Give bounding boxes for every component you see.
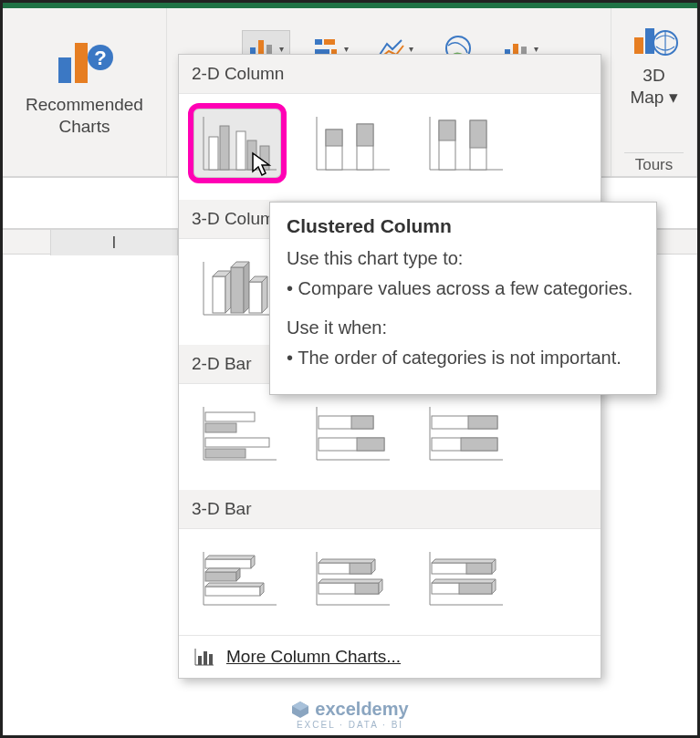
ribbon-group-recommended-charts[interactable]: ? Recommended Charts: [3, 8, 167, 176]
svg-marker-48: [262, 276, 267, 313]
3d-map-label[interactable]: 3D Map ▾: [630, 65, 677, 109]
chevron-down-icon: ▾: [409, 44, 413, 54]
svg-rect-54: [205, 449, 246, 458]
svg-rect-43: [231, 267, 244, 313]
svg-marker-82: [319, 559, 375, 563]
svg-marker-96: [432, 579, 496, 583]
watermark-logo-icon: [291, 701, 309, 719]
3d-clustered-bar-icon: [194, 545, 282, 614]
svg-rect-102: [209, 654, 213, 665]
more-column-charts-label: More Column Charts...: [226, 647, 401, 667]
svg-rect-23: [236, 131, 246, 170]
svg-rect-52: [205, 423, 236, 432]
section-header-3d-bar: 3-D Bar: [179, 490, 601, 529]
tooltip-title: Clustered Column: [287, 215, 640, 237]
column-header[interactable]: I: [50, 230, 178, 255]
stacked-bar-option[interactable]: [307, 399, 394, 468]
svg-rect-29: [326, 130, 342, 146]
watermark-brand: exceldemy: [315, 699, 408, 720]
tooltip-bullet: • Compare values across a few categories…: [287, 276, 640, 301]
svg-rect-40: [213, 276, 225, 313]
section-header-2d-column: 2-D Column: [179, 55, 601, 94]
svg-rect-81: [350, 563, 371, 574]
chevron-down-icon: ▾: [279, 44, 284, 54]
svg-rect-64: [468, 416, 497, 429]
tooltip-clustered-column: Clustered Column Use this chart type to:…: [269, 202, 657, 395]
svg-marker-76: [205, 583, 264, 587]
stacked-bar-icon: [308, 400, 395, 469]
svg-rect-31: [357, 124, 373, 146]
svg-rect-7: [315, 39, 322, 45]
svg-marker-92: [432, 559, 496, 563]
ribbon-group-tours: 3D Map ▾ Tours: [611, 8, 697, 176]
svg-rect-35: [439, 120, 455, 140]
tooltip-line: Use it when:: [287, 316, 640, 340]
100-stacked-bar-option[interactable]: [420, 399, 507, 468]
clustered-bar-icon: [194, 400, 282, 469]
clustered-column-option[interactable]: [193, 109, 281, 178]
svg-rect-22: [220, 126, 229, 170]
svg-rect-66: [461, 438, 497, 451]
stacked-column-icon: [308, 109, 395, 179]
3d-clustered-column-option[interactable]: [193, 254, 281, 323]
svg-rect-72: [205, 572, 236, 581]
svg-marker-70: [205, 556, 255, 559]
100-stacked-column-option[interactable]: [420, 109, 507, 178]
watermark-tagline: EXCEL · DATA · BI: [297, 720, 403, 730]
svg-rect-101: [204, 651, 207, 665]
watermark: exceldemy EXCEL · DATA · BI: [3, 699, 697, 730]
svg-rect-24: [247, 140, 256, 170]
svg-rect-91: [466, 563, 492, 574]
svg-rect-21: [209, 137, 218, 170]
svg-marker-42: [225, 271, 231, 313]
clustered-column-icon: [194, 109, 282, 179]
3d-map-icon[interactable]: [629, 17, 680, 61]
svg-rect-100: [198, 656, 202, 665]
tooltip-line: Use this chart type to:: [287, 246, 640, 271]
stacked-column-option[interactable]: [307, 109, 394, 178]
svg-rect-69: [205, 559, 251, 568]
chevron-down-icon: ▾: [534, 44, 538, 54]
svg-marker-86: [319, 579, 382, 583]
svg-rect-53: [205, 438, 269, 447]
svg-rect-8: [324, 39, 335, 45]
3d-stacked-bar-icon: [308, 545, 395, 614]
svg-rect-37: [470, 120, 486, 148]
recommended-charts-icon: ?: [53, 34, 117, 88]
column-chart-small-icon: [193, 647, 215, 667]
svg-marker-104: [292, 702, 308, 711]
100-stacked-bar-icon: [421, 400, 508, 469]
svg-rect-51: [205, 412, 255, 421]
svg-rect-85: [355, 583, 379, 594]
svg-rect-1: [75, 43, 88, 83]
more-column-charts-link[interactable]: More Column Charts...: [179, 635, 601, 678]
svg-marker-45: [244, 262, 249, 313]
3d-100-stacked-bar-option[interactable]: [420, 544, 507, 613]
tours-section-label: Tours: [624, 152, 684, 174]
chevron-down-icon: ▾: [344, 44, 349, 54]
3d-stacked-bar-option[interactable]: [307, 544, 394, 613]
svg-rect-75: [205, 587, 260, 596]
tooltip-bullet: • The order of categories is not importa…: [287, 346, 640, 370]
svg-rect-0: [58, 57, 71, 83]
svg-text:?: ?: [94, 47, 106, 69]
chevron-down-icon: ▾: [669, 88, 678, 107]
3d-clustered-bar-option[interactable]: [193, 544, 281, 613]
svg-rect-58: [351, 416, 373, 429]
svg-rect-15: [634, 37, 643, 54]
clustered-bar-option[interactable]: [193, 399, 281, 468]
recommended-charts-label: Recommended Charts: [26, 94, 143, 138]
svg-rect-95: [459, 583, 492, 594]
3d-100-stacked-bar-icon: [421, 545, 508, 614]
100-stacked-column-icon: [421, 109, 508, 179]
svg-marker-103: [292, 702, 308, 718]
svg-rect-60: [357, 438, 384, 451]
svg-rect-25: [260, 146, 269, 170]
svg-rect-46: [249, 282, 262, 313]
svg-marker-73: [205, 568, 240, 572]
